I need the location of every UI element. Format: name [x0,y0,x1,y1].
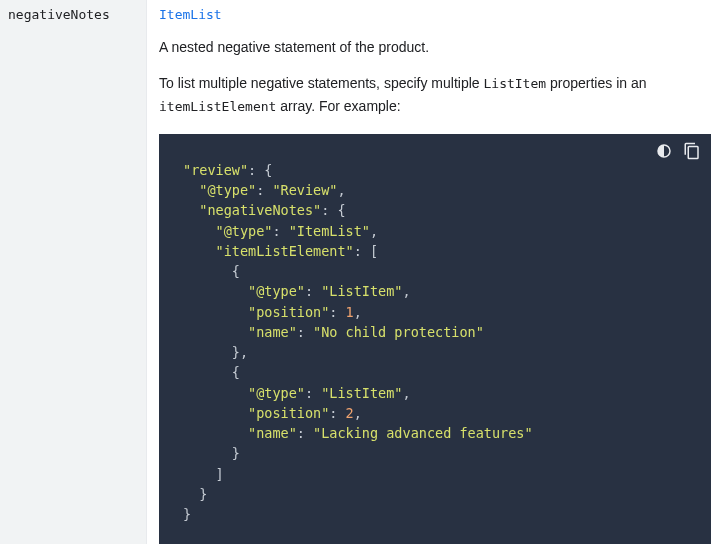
tok: "review" [183,162,248,178]
code-block: "review": { "@type": "Review", "negative… [159,134,711,544]
tok: "ItemList" [289,223,370,239]
tok: "name" [248,425,297,441]
tok: "No child protection" [313,324,484,340]
tok: "@type" [248,385,305,401]
tok: "Review" [272,182,337,198]
tok: "@type" [248,283,305,299]
description-line-1: A nested negative statement of the produ… [159,36,711,58]
tok: "negativeNotes" [199,202,321,218]
tok: 2 [346,405,354,421]
type-link[interactable]: ItemList [159,7,222,22]
tok: "position" [248,304,329,320]
tok: "itemListElement" [216,243,354,259]
theme-toggle-icon[interactable] [655,142,673,165]
property-name: negativeNotes [8,7,110,22]
code-actions [655,142,701,165]
property-name-cell: negativeNotes [0,0,147,544]
tok: "name" [248,324,297,340]
text: properties in an [546,75,646,91]
inline-code-listitem: ListItem [483,76,546,91]
tok: "ListItem" [321,385,402,401]
tok: "Lacking advanced features" [313,425,532,441]
code-content: "review": { "@type": "Review", "negative… [183,160,687,525]
text: array. For example: [276,98,400,114]
property-row: negativeNotes ItemList A nested negative… [0,0,723,544]
property-detail-cell: ItemList A nested negative statement of … [147,0,723,544]
tok: "position" [248,405,329,421]
copy-icon[interactable] [683,142,701,165]
tok: "@type" [216,223,273,239]
tok: "ListItem" [321,283,402,299]
description-line-2: To list multiple negative statements, sp… [159,72,711,118]
tok: "@type" [199,182,256,198]
tok: 1 [346,304,354,320]
text: To list multiple negative statements, sp… [159,75,483,91]
inline-code-itemlistelement: itemListElement [159,99,276,114]
